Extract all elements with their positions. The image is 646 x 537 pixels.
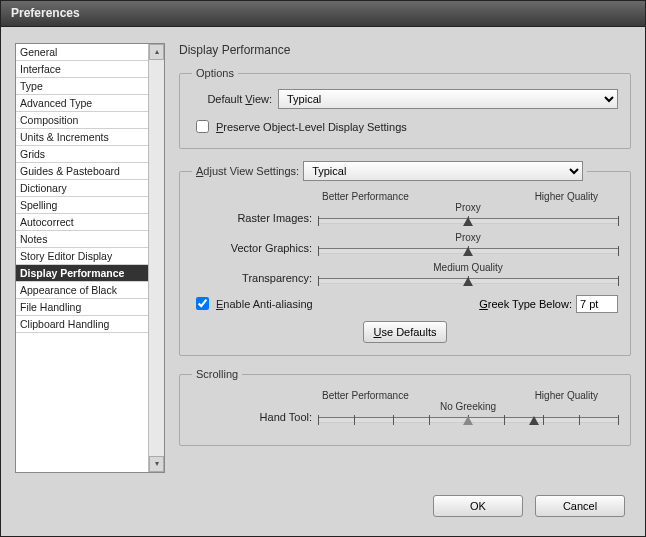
sidebar-item[interactable]: Units & Increments [16,129,164,146]
default-view-select[interactable]: Typical [278,89,618,109]
greek-input[interactable] [576,295,618,313]
sidebar-item[interactable]: Guides & Pasteboard [16,163,164,180]
greek-label: Greek Type Below: [479,298,572,310]
titlebar[interactable]: Preferences [1,1,645,27]
preserve-checkbox-row[interactable]: Preserve Object-Level Display Settings [192,117,618,136]
adjust-view-select[interactable]: Typical [303,161,583,181]
use-defaults-button[interactable]: Use Defaults [363,321,448,343]
slider-label: Vector Graphics: [192,242,312,254]
sidebar-item[interactable]: Appearance of Black [16,282,164,299]
panel-title: Display Performance [179,43,631,57]
preferences-dialog: Preferences GeneralInterfaceTypeAdvanced… [0,0,646,537]
category-list[interactable]: GeneralInterfaceTypeAdvanced TypeComposi… [16,44,164,472]
sidebar-item[interactable]: Notes [16,231,164,248]
sidebar-item[interactable]: Spelling [16,197,164,214]
dialog-body: GeneralInterfaceTypeAdvanced TypeComposi… [1,27,645,487]
slider-row: Vector Graphics:Proxy [192,234,618,254]
hand-tool-label: Hand Tool: [192,411,312,423]
preserve-checkbox[interactable] [196,120,209,133]
options-group: Options Default View: Typical Preserve O… [179,67,631,149]
hand-tool-row: Hand Tool: No Greeking [192,403,618,423]
sidebar-item[interactable]: Story Editor Display [16,248,164,265]
sidebar-item[interactable]: Clipboard Handling [16,316,164,333]
category-sidebar: GeneralInterfaceTypeAdvanced TypeComposi… [15,43,165,473]
sidebar-scrollbar[interactable]: ▴ ▾ [148,44,164,472]
sidebar-item[interactable]: Interface [16,61,164,78]
antialias-row[interactable]: Enable Anti-aliasing [192,294,313,313]
sidebar-item[interactable]: Type [16,78,164,95]
sidebar-item[interactable]: General [16,44,164,61]
adjust-view-legend: Adjust View Settings: Typical [192,161,587,181]
slider-row: Raster Images:Proxy [192,204,618,224]
scroll-up-icon[interactable]: ▴ [149,44,164,60]
sidebar-item[interactable]: Dictionary [16,180,164,197]
scroll-down-icon[interactable]: ▾ [149,456,164,472]
slider-label: Transparency: [192,272,312,284]
hand-tool-slider[interactable]: No Greeking [318,403,618,423]
slider[interactable]: Proxy [318,204,618,224]
hand-tool-caption: No Greeking [318,401,618,412]
antialias-label: Enable Anti-aliasing [216,298,313,310]
slider[interactable]: Medium Quality [318,264,618,284]
dialog-footer: OK Cancel [1,487,645,529]
slider[interactable]: Proxy [318,234,618,254]
adjust-view-group: Adjust View Settings: Typical Better Per… [179,161,631,356]
slider-caption: Proxy [318,202,618,213]
sidebar-item[interactable]: File Handling [16,299,164,316]
slider-row: Transparency:Medium Quality [192,264,618,284]
slider-caption: Proxy [318,232,618,243]
axis-right: Higher Quality [535,191,598,202]
antialias-checkbox[interactable] [196,297,209,310]
preserve-label: Preserve Object-Level Display Settings [216,121,407,133]
default-view-label: Default View: [192,93,272,105]
axis-left: Better Performance [322,191,409,202]
slider-label: Raster Images: [192,212,312,224]
adjust-legend-text: Adjust View Settings: [196,165,299,177]
options-legend: Options [192,67,238,79]
sidebar-item[interactable]: Composition [16,112,164,129]
scrolling-legend: Scrolling [192,368,242,380]
sidebar-item[interactable]: Autocorrect [16,214,164,231]
sidebar-item[interactable]: Display Performance [16,265,164,282]
main-panel: Display Performance Options Default View… [179,43,631,477]
sidebar-item[interactable]: Advanced Type [16,95,164,112]
cancel-button[interactable]: Cancel [535,495,625,517]
slider-caption: Medium Quality [318,262,618,273]
scroll-axis-right: Higher Quality [535,390,598,401]
sidebar-item[interactable]: Grids [16,146,164,163]
ok-button[interactable]: OK [433,495,523,517]
scrolling-group: Scrolling Better Performance Higher Qual… [179,368,631,446]
dialog-title: Preferences [11,6,80,20]
scroll-axis-left: Better Performance [322,390,409,401]
